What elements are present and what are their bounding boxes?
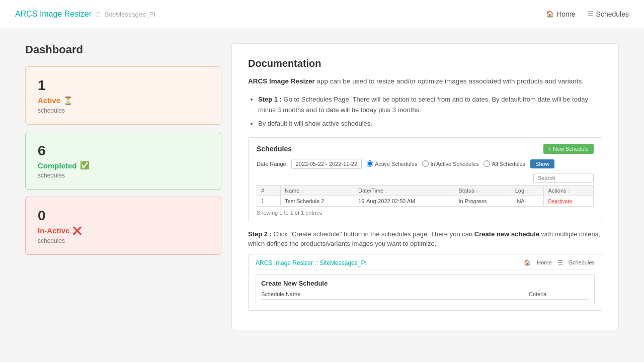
- card-completed-number: 6: [38, 142, 209, 159]
- card-active[interactable]: 1 Active ⏳ schedules: [25, 66, 221, 125]
- brand-name: ARCS Image Resizer: [15, 10, 92, 18]
- mini-home-icon: 🏠: [524, 259, 531, 266]
- inactive-label-text: In-Active: [38, 226, 69, 235]
- check-circle-icon: ✅: [80, 161, 90, 170]
- radio-all-input[interactable]: [484, 160, 490, 167]
- step1-label: Step 1 :: [258, 96, 282, 103]
- nav-schedules[interactable]: ☰ Schedules: [588, 10, 629, 18]
- cs-col-criteria: Criteria: [529, 291, 589, 297]
- doc-title: Documentation: [248, 58, 602, 69]
- documentation-panel: Documentation ARCS Image Resizer app can…: [231, 43, 619, 330]
- filter-row: Date Range 2022-05-22 - 2022-11-22 Activ…: [257, 159, 594, 169]
- create-schedule-widget: ARCS Image Resizer :: SiteMessages_PI 🏠 …: [248, 254, 602, 311]
- brand: ARCS Image Resizer :: SiteMessages_PI: [15, 10, 155, 19]
- mini-nav: ARCS Image Resizer :: SiteMessages_PI 🏠 …: [256, 259, 595, 270]
- date-range-input[interactable]: 2022-05-22 - 2022-11-22: [291, 159, 362, 169]
- widget-title: Schedules: [257, 145, 292, 153]
- th-name: Name ↕: [281, 185, 354, 196]
- date-range-label: Date Range: [257, 161, 286, 167]
- radio-inactive[interactable]: In Active Schedules: [422, 160, 478, 167]
- card-inactive-label: In-Active ❌: [38, 226, 209, 235]
- radio-inactive-input[interactable]: [422, 160, 429, 167]
- step1-text: Go to Schedules Page. There will be opti…: [258, 96, 588, 114]
- new-schedule-button[interactable]: + New Schedule: [543, 144, 594, 154]
- schedules-icon: ☰: [588, 10, 594, 18]
- th-datetime: Date/Time ↕: [354, 185, 454, 196]
- x-circle-icon: ❌: [72, 226, 82, 235]
- show-button[interactable]: Show: [530, 159, 554, 168]
- schedules-widget: Schedules + New Schedule Date Range 2022…: [248, 137, 602, 222]
- page-title: Dashboard: [25, 43, 221, 56]
- app-header: ARCS Image Resizer :: SiteMessages_PI 🏠 …: [0, 0, 644, 28]
- radio-active-input[interactable]: [367, 160, 373, 167]
- active-label-text: Active: [38, 96, 60, 105]
- home-icon: 🏠: [546, 10, 554, 18]
- card-inactive[interactable]: 0 In-Active ❌ schedules: [25, 197, 221, 255]
- card-completed[interactable]: 6 Completed ✅ schedules: [25, 132, 221, 190]
- step1-extra: By default it will show active schedules…: [258, 120, 372, 127]
- table-row: 1 Test Schedule 2 19-Aug-2022 02:50 AM I…: [257, 196, 594, 206]
- cell-num: 1: [257, 196, 281, 206]
- showing-entries: Showing 1 to 1 of 1 entries: [257, 210, 594, 216]
- create-schedule-title: Create New Schedule: [261, 280, 589, 287]
- brand-separator: ::: [96, 10, 101, 18]
- doc-intro-text: app can be used to resize and/or optimiz…: [317, 77, 584, 85]
- left-panel: Dashboard 1 Active ⏳ schedules 6 Complet…: [25, 43, 221, 330]
- radio-group: Active Schedules In Active Schedules All…: [367, 160, 525, 167]
- create-schedule-columns: Schedule Name Criteria: [261, 291, 589, 300]
- mini-schedules-icon: ☰: [558, 259, 563, 266]
- card-inactive-number: 0: [38, 207, 209, 224]
- doc-intro-app: ARCS Image Resizer: [248, 77, 315, 85]
- step2-text: Step 2 : Click "Create schedule" button …: [248, 229, 602, 249]
- create-schedule-box: Create New Schedule Schedule Name Criter…: [256, 274, 595, 305]
- th-actions: Actions ↕: [544, 185, 594, 196]
- step2-label: Step 2 :: [248, 230, 272, 238]
- mini-nav-links: 🏠 Home ☰ Schedules: [524, 259, 595, 266]
- card-active-sublabel: schedules: [38, 107, 209, 114]
- radio-active-label: Active Schedules: [375, 161, 417, 167]
- cell-log: -NA-: [511, 196, 544, 206]
- doc-steps-list: Step 1 : Go to Schedules Page. There wil…: [248, 95, 602, 129]
- th-status: Status ↕: [454, 185, 511, 196]
- doc-step-1-extra: By default it will show active schedules…: [258, 119, 602, 129]
- search-row: [257, 173, 594, 183]
- main-container: Dashboard 1 Active ⏳ schedules 6 Complet…: [10, 28, 634, 345]
- step2-bold: Create new schedule: [474, 230, 539, 238]
- cs-col-name: Schedule Name: [261, 291, 529, 297]
- schedules-table: # ↕ Name ↕ Date/Time ↕ Status ↕ Log ↕ Ac…: [257, 185, 594, 207]
- table-header-row: # ↕ Name ↕ Date/Time ↕ Status ↕ Log ↕ Ac…: [257, 185, 594, 196]
- deactivate-link[interactable]: Deactivate: [548, 199, 572, 204]
- nav-schedules-label: Schedules: [596, 10, 629, 18]
- nav-home[interactable]: 🏠 Home: [546, 10, 575, 18]
- mini-home-label: Home: [537, 259, 551, 266]
- radio-all[interactable]: All Schedules: [484, 160, 525, 167]
- doc-step-1: Step 1 : Go to Schedules Page. There wil…: [258, 95, 602, 116]
- main-nav: 🏠 Home ☰ Schedules: [546, 10, 629, 18]
- mini-schedules-label: Schedules: [569, 259, 595, 266]
- radio-active[interactable]: Active Schedules: [367, 160, 417, 167]
- radio-inactive-label: In Active Schedules: [430, 161, 478, 167]
- card-active-label: Active ⏳: [38, 96, 209, 105]
- radio-all-label: All Schedules: [492, 161, 525, 167]
- step2-text-before: Click "Create schedule" button in the sc…: [274, 230, 474, 238]
- cell-status: In Progress: [454, 196, 511, 206]
- cell-datetime: 19-Aug-2022 02:50 AM: [354, 196, 454, 206]
- th-log: Log ↕: [511, 185, 544, 196]
- cell-action[interactable]: Deactivate: [544, 196, 594, 206]
- brand-username: SiteMessages_PI: [105, 11, 155, 18]
- card-completed-sublabel: schedules: [38, 172, 209, 179]
- doc-intro: ARCS Image Resizer app can be used to re…: [248, 76, 602, 86]
- hourglass-icon: ⏳: [63, 96, 73, 105]
- mini-brand: ARCS Image Resizer :: SiteMessages_PI: [256, 259, 367, 266]
- cell-name: Test Schedule 2: [281, 196, 354, 206]
- nav-home-label: Home: [556, 10, 575, 18]
- card-active-number: 1: [38, 77, 209, 94]
- card-completed-label: Completed ✅: [38, 161, 209, 170]
- search-input[interactable]: [533, 173, 594, 183]
- card-inactive-sublabel: schedules: [38, 237, 209, 244]
- completed-label-text: Completed: [38, 161, 77, 170]
- th-num: # ↕: [257, 185, 281, 196]
- widget-header: Schedules + New Schedule: [257, 144, 594, 154]
